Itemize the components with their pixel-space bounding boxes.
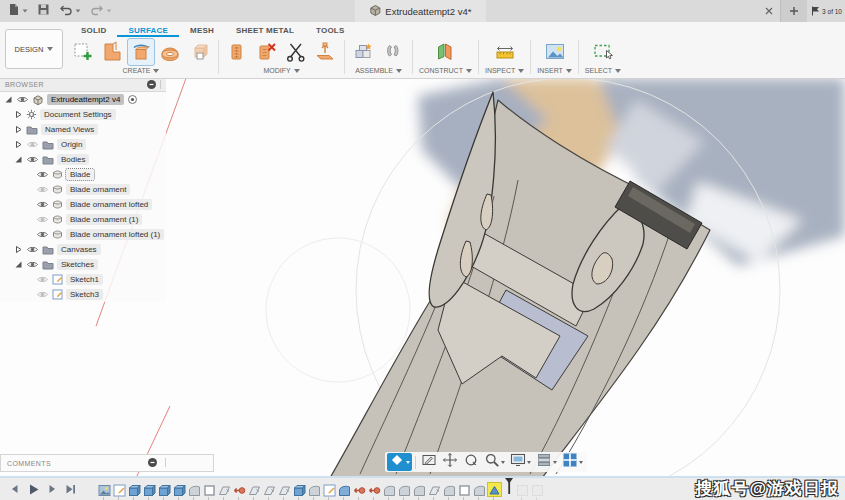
timeline-feature-plane[interactable] xyxy=(263,483,276,496)
visibility-eye-icon[interactable] xyxy=(36,170,49,179)
visibility-eye-icon[interactable] xyxy=(36,185,49,194)
tab-tools[interactable]: TOOLS xyxy=(305,24,355,37)
panel-options-icon[interactable] xyxy=(146,79,157,91)
timeline-feature-plane[interactable] xyxy=(278,483,291,496)
tool-trim[interactable] xyxy=(283,39,309,65)
tree-item-blade-ornament-1-[interactable]: Blade ornament (1) xyxy=(0,212,166,227)
tree-item-sketches[interactable]: Sketches xyxy=(0,257,166,272)
tab-solid[interactable]: SOLID xyxy=(70,24,117,37)
timeline-step-forward-button[interactable] xyxy=(46,483,58,495)
timeline-feature-extrude[interactable] xyxy=(293,483,306,496)
timeline-feature-arrow[interactable] xyxy=(233,483,246,496)
tab-mesh[interactable]: MESH xyxy=(179,24,225,37)
expand-expanded-icon[interactable] xyxy=(4,95,13,104)
timeline-feature-loft[interactable] xyxy=(188,483,201,496)
ribbon-group-label[interactable]: ASSEMBLE xyxy=(355,67,402,74)
timeline-feature-warning[interactable] xyxy=(488,483,501,496)
tool-joint[interactable] xyxy=(380,39,406,65)
tool-press-pull[interactable] xyxy=(225,39,251,65)
visibility-eye-icon[interactable] xyxy=(26,155,39,164)
tool-delete-face[interactable] xyxy=(254,39,280,65)
timeline-feature-extrude[interactable] xyxy=(158,483,171,496)
ribbon-group-label[interactable]: CREATE xyxy=(123,67,160,74)
timeline-feature-suppressed[interactable] xyxy=(516,483,529,496)
timeline-feature-loft[interactable] xyxy=(413,483,426,496)
close-tab-icon[interactable] xyxy=(758,6,780,16)
expand-collapsed-icon[interactable] xyxy=(14,110,23,119)
tree-item-origin[interactable]: Origin xyxy=(0,137,166,152)
ribbon-group-label[interactable]: CONSTRUCT xyxy=(419,67,472,74)
expand-collapsed-icon[interactable] xyxy=(14,125,23,134)
tree-item-extrudeattempt2-v4[interactable]: Extrudeattempt2 v4 xyxy=(0,92,166,107)
tool-revolve[interactable] xyxy=(128,39,154,65)
notification-badge[interactable]: 3 of 10 xyxy=(807,5,845,17)
visibility-eye-icon[interactable] xyxy=(36,200,49,209)
nav-viewports[interactable] xyxy=(560,453,585,471)
timeline-feature-box[interactable] xyxy=(203,483,216,496)
tree-item-document-settings[interactable]: Document Settings xyxy=(0,107,166,122)
panel-options-icon[interactable] xyxy=(147,457,158,469)
visibility-eye-icon[interactable] xyxy=(26,245,39,254)
tree-item-sketch3[interactable]: Sketch3 xyxy=(0,287,166,302)
comments-panel[interactable]: COMMENTS xyxy=(0,454,214,472)
timeline-feature-sketch[interactable] xyxy=(113,483,126,496)
visibility-eye-icon[interactable] xyxy=(26,260,39,269)
timeline-play-button[interactable] xyxy=(27,483,40,496)
tool-extrude[interactable] xyxy=(99,39,125,65)
timeline-feature-plane[interactable] xyxy=(428,483,441,496)
timeline-feature-extrude[interactable] xyxy=(143,483,156,496)
expand-collapsed-icon[interactable] xyxy=(14,245,23,254)
tree-item-sketch1[interactable]: Sketch1 xyxy=(0,272,166,287)
tab-surface[interactable]: SURFACE xyxy=(117,24,179,37)
timeline-feature-loft[interactable] xyxy=(443,483,456,496)
visibility-eye-icon[interactable] xyxy=(36,230,49,239)
ribbon-group-label[interactable]: INSPECT xyxy=(485,67,524,74)
tree-item-canvases[interactable]: Canvases xyxy=(0,242,166,257)
timeline-feature-arrow[interactable] xyxy=(368,483,381,496)
tool-select[interactable] xyxy=(590,39,616,65)
expand-expanded-icon[interactable] xyxy=(14,155,23,164)
timeline-playhead[interactable] xyxy=(504,477,514,499)
nav-look-at[interactable] xyxy=(419,453,439,471)
timeline-feature-extrude[interactable] xyxy=(128,483,141,496)
nav-free-orbit[interactable] xyxy=(461,453,481,471)
tree-item-blade-ornament-lofted[interactable]: Blade ornament lofted xyxy=(0,197,166,212)
nav-orbit[interactable] xyxy=(387,453,412,471)
timeline-feature-thicken[interactable] xyxy=(338,483,351,496)
workspace-selector[interactable]: DESIGN xyxy=(5,29,63,69)
tool-insert-canvas[interactable] xyxy=(542,39,568,65)
tree-item-blade-ornament[interactable]: Blade ornament xyxy=(0,182,166,197)
redo-icon[interactable] xyxy=(90,2,112,20)
tool-offset[interactable] xyxy=(312,39,338,65)
timeline-feature-arrow[interactable] xyxy=(353,483,366,496)
timeline-feature-suppressed[interactable] xyxy=(531,483,544,496)
nav-fit[interactable] xyxy=(508,453,533,471)
tree-item-named-views[interactable]: Named Views xyxy=(0,122,166,137)
file-menu-icon[interactable] xyxy=(7,2,28,20)
tree-item-blade-ornament-lofted-1-[interactable]: Blade ornament lofted (1) xyxy=(0,227,166,242)
ribbon-group-label[interactable]: INSERT xyxy=(537,67,572,74)
browser-header[interactable]: BROWSER xyxy=(0,78,166,92)
tool-new-component[interactable] xyxy=(351,39,377,65)
tool-measure[interactable] xyxy=(492,39,518,65)
timeline-skip-end-button[interactable] xyxy=(64,483,77,496)
ribbon-group-label[interactable]: MODIFY xyxy=(263,67,299,74)
document-tab[interactable]: Extrudeattempt2 v4* xyxy=(354,0,485,22)
undo-icon[interactable] xyxy=(59,2,81,20)
save-icon[interactable] xyxy=(37,2,50,20)
tree-item-bodies[interactable]: Bodies xyxy=(0,152,166,167)
timeline-feature-plane[interactable] xyxy=(248,483,261,496)
tree-item-blade[interactable]: Blade xyxy=(0,167,166,182)
visibility-eye-icon[interactable] xyxy=(16,95,29,104)
new-tab-button[interactable] xyxy=(780,0,807,22)
expand-collapsed-icon[interactable] xyxy=(14,140,23,149)
expand-expanded-icon[interactable] xyxy=(14,260,23,269)
visibility-eye-icon[interactable] xyxy=(26,140,39,149)
timeline-step-back-button[interactable] xyxy=(9,483,21,495)
nav-pan[interactable] xyxy=(440,453,460,471)
tool-patch[interactable] xyxy=(186,39,212,65)
activate-component-radio[interactable] xyxy=(127,94,138,105)
timeline-feature-plane[interactable] xyxy=(218,483,231,496)
timeline-feature-canvas[interactable] xyxy=(98,483,111,496)
timeline-feature-box[interactable] xyxy=(458,483,471,496)
